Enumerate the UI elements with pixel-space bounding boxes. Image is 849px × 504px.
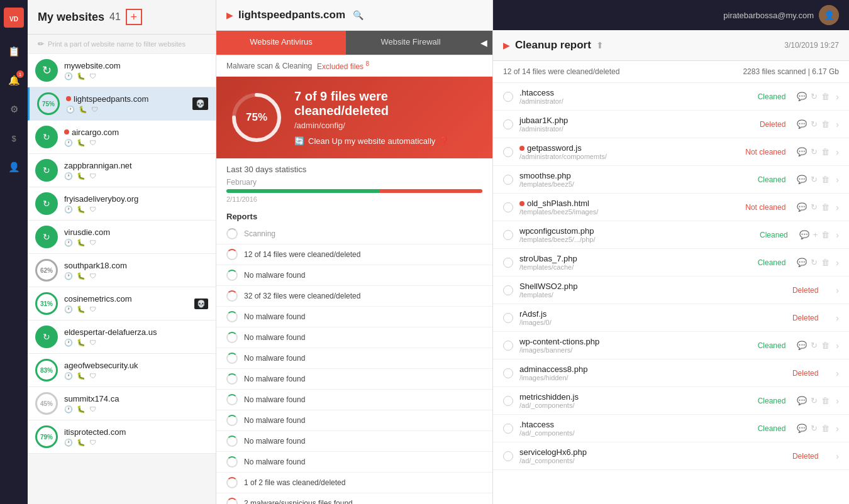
site-item[interactable]: 62% southpark18.com 🕐 🐛 🛡 xyxy=(28,254,216,287)
file-item[interactable]: .htaccess /ad/_components/ Cleaned 💬 ↻ 🗑… xyxy=(493,415,849,442)
comment-icon[interactable]: 💬 xyxy=(797,424,807,433)
restore-icon[interactable]: ↻ xyxy=(811,424,818,433)
file-chevron-icon[interactable]: › xyxy=(836,368,839,378)
site-item[interactable]: mywebsite.com 🕐 🐛 🛡 xyxy=(28,54,216,87)
file-chevron-icon[interactable]: › xyxy=(836,396,839,406)
restore-icon[interactable]: ↻ xyxy=(811,396,818,405)
file-checkbox[interactable] xyxy=(503,313,513,323)
restore-icon[interactable]: ↻ xyxy=(811,147,818,156)
file-chevron-icon[interactable]: › xyxy=(836,451,839,461)
site-item[interactable]: 31% cosinemetrics.com 🕐 🐛 🛡 💀 xyxy=(28,287,216,320)
file-item[interactable]: rAdsf.js /images/0/ Deleted › xyxy=(493,304,849,332)
file-checkbox[interactable] xyxy=(503,258,513,268)
file-checkbox[interactable] xyxy=(503,396,513,406)
comment-icon[interactable]: 💬 xyxy=(799,230,809,239)
collapse-button[interactable]: ◀ xyxy=(475,31,492,55)
report-item[interactable]: 12 of 14 files were cleaned/deleted xyxy=(216,244,492,265)
delete-icon[interactable]: 🗑 xyxy=(821,424,830,433)
file-item[interactable]: jubaar1K.php /administrator/ Deleted 💬 ↻… xyxy=(493,111,849,138)
file-checkbox[interactable] xyxy=(503,92,513,102)
site-item[interactable]: ↻ aircargo.com 🕐 🐛 🛡 xyxy=(28,121,216,154)
report-item[interactable]: Scanning xyxy=(216,224,492,244)
file-checkbox[interactable] xyxy=(503,230,513,240)
delete-icon[interactable]: 🗑 xyxy=(821,341,830,350)
file-chevron-icon[interactable]: › xyxy=(836,119,839,129)
nav-notifications-icon[interactable]: 🔔 1 xyxy=(5,72,23,89)
restore-icon[interactable]: ↻ xyxy=(811,258,818,267)
file-chevron-icon[interactable]: › xyxy=(836,230,839,240)
file-checkbox[interactable] xyxy=(503,424,513,434)
file-checkbox[interactable] xyxy=(503,368,513,378)
delete-icon[interactable]: 🗑 xyxy=(821,119,830,129)
delete-icon[interactable]: 🗑 xyxy=(821,230,830,239)
file-item[interactable]: adminaccess8.php /images/hidden/ Deleted… xyxy=(493,359,849,387)
restore-icon[interactable]: ↻ xyxy=(811,341,818,350)
site-item-active[interactable]: 75% lightspeedpants.com 🕐 🐛 🛡 💀 xyxy=(28,87,216,121)
comment-icon[interactable]: 💬 xyxy=(797,396,807,405)
file-chevron-icon[interactable]: › xyxy=(836,92,839,102)
site-item[interactable]: ↻ zappbrannigan.net 🕐 🐛 🛡 xyxy=(28,154,216,187)
site-item[interactable]: ↻ fryisadeliveryboy.org 🕐 🐛 🛡 xyxy=(28,187,216,221)
report-item[interactable]: 32 of 32 files were cleaned/deleted xyxy=(216,286,492,307)
restore-icon[interactable]: ↻ xyxy=(811,119,818,129)
file-chevron-icon[interactable]: › xyxy=(836,285,839,295)
file-chevron-icon[interactable]: › xyxy=(836,313,839,323)
site-item[interactable]: 45% summitx174.ca 🕐 🐛 🛡 xyxy=(28,387,216,420)
report-item[interactable]: No malware found xyxy=(216,410,492,431)
report-item[interactable]: No malware found xyxy=(216,369,492,390)
comment-icon[interactable]: 💬 xyxy=(797,119,807,129)
report-item[interactable]: No malware found xyxy=(216,307,492,327)
site-item[interactable]: ↻ virusdie.com 🕐 🐛 🛡 xyxy=(28,221,216,254)
comment-icon[interactable]: 💬 xyxy=(797,341,807,350)
file-chevron-icon[interactable]: › xyxy=(836,341,839,351)
nav-user-icon[interactable]: 👤 xyxy=(5,158,23,176)
nav-settings-icon[interactable]: ⚙ xyxy=(5,101,23,118)
file-chevron-icon[interactable]: › xyxy=(836,424,839,434)
file-item[interactable]: wpconfigcustom.php /templates/beez5/.../… xyxy=(493,221,849,249)
file-item[interactable]: old_shPlash.html /templates/beez5/images… xyxy=(493,194,849,221)
expand-arrow-icon[interactable]: ▶ xyxy=(503,40,510,50)
delete-icon[interactable]: 🗑 xyxy=(821,202,830,212)
file-checkbox[interactable] xyxy=(503,119,513,129)
comment-icon[interactable]: 💬 xyxy=(797,202,807,212)
excluded-files-link[interactable]: Excluded files 8 xyxy=(317,60,369,71)
restore-icon[interactable]: ↻ xyxy=(811,175,818,184)
site-item[interactable]: ↻ eldespertar-delafuerza.us 🕐 🐛 🛡 xyxy=(28,320,216,354)
site-item[interactable]: 79% itisprotected.com 🕐 🐛 🛡 xyxy=(28,420,216,454)
expand-arrow-icon[interactable]: ▶ xyxy=(226,10,233,20)
file-chevron-icon[interactable]: › xyxy=(836,202,839,212)
add-icon[interactable]: + xyxy=(813,230,818,239)
site-item[interactable]: 83% ageofwebsecurity.uk 🕐 🐛 🛡 xyxy=(28,354,216,387)
file-checkbox[interactable] xyxy=(503,175,513,185)
restore-icon[interactable]: ↻ xyxy=(811,202,818,212)
file-item[interactable]: smoothse.php /templates/beez5/ Cleaned 💬… xyxy=(493,166,849,194)
file-item[interactable]: .htaccess /administrator/ Cleaned 💬 ↻ 🗑 … xyxy=(493,83,849,111)
report-item[interactable]: No malware found xyxy=(216,431,492,452)
nav-billing-icon[interactable]: $ xyxy=(5,129,23,147)
file-item[interactable]: metricshidden.js /ad/_components/ Cleane… xyxy=(493,387,849,415)
file-item[interactable]: stroUbas_7.php /templates/cache/ Cleaned… xyxy=(493,249,849,277)
nav-websites-icon[interactable]: 📋 xyxy=(5,43,23,60)
add-website-button[interactable]: + xyxy=(126,9,142,25)
delete-icon[interactable]: 🗑 xyxy=(821,147,830,156)
comment-icon[interactable]: 💬 xyxy=(797,175,807,184)
hero-action-button[interactable]: 🔄 Clean Up my website automatically ❓ xyxy=(294,136,477,146)
report-item[interactable]: No malware found xyxy=(216,452,492,473)
comment-icon[interactable]: 💬 xyxy=(797,92,807,101)
file-item[interactable]: getpassword.js /administrator/compomemts… xyxy=(493,138,849,166)
report-item[interactable]: 1 of 2 file was cleaned/deleted xyxy=(216,473,492,493)
restore-icon[interactable]: ↻ xyxy=(811,92,818,101)
report-item[interactable]: No malware found xyxy=(216,390,492,410)
file-item[interactable]: servicelogHx6.php /ad/_components/ Delet… xyxy=(493,442,849,470)
comment-icon[interactable]: 💬 xyxy=(797,258,807,267)
delete-icon[interactable]: 🗑 xyxy=(821,175,830,184)
file-checkbox[interactable] xyxy=(503,341,513,351)
file-chevron-icon[interactable]: › xyxy=(836,147,839,157)
app-logo[interactable]: VD xyxy=(3,6,25,29)
delete-icon[interactable]: 🗑 xyxy=(821,258,830,267)
report-item[interactable]: No malware found xyxy=(216,265,492,286)
file-checkbox[interactable] xyxy=(503,451,513,461)
file-checkbox[interactable] xyxy=(503,285,513,295)
file-chevron-icon[interactable]: › xyxy=(836,258,839,268)
file-checkbox[interactable] xyxy=(503,202,513,212)
